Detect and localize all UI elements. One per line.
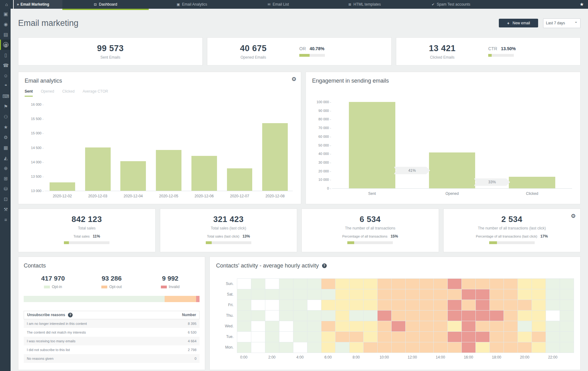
nav-tab-label: HTML templates [354,2,381,7]
contact-stat-value: 9 992 [141,275,200,282]
bar-column [45,105,80,191]
sidebar-item-preview-eye-icon[interactable]: ◉ [0,19,11,29]
bar-column [257,105,293,191]
reason-text: I was receiving too many emails [27,339,75,343]
sidebar-item-apps-grid-icon[interactable]: ▦ [0,142,11,153]
analytics-tab-sent[interactable]: Sent [25,89,33,97]
nav-tab-spam-test-accounts[interactable]: ✔Spam Test accounts [408,0,494,9]
sales-card-pct-label: Percentage of all transactions (last cli… [476,234,537,238]
heatmap-cell-r4-c10 [378,321,392,332]
heatmap-hour-label: 4:00 [286,355,314,359]
y-tick-label: 15 000 [24,131,41,135]
nav-tab-dashboard[interactable]: ⊡Dashboard [62,0,149,9]
contact-stat-label-text: Invalid [169,285,180,289]
bar-2020-12-03 [85,147,111,191]
distribution-segment-0 [24,296,165,302]
sidebar-item-mobile-icon[interactable]: ▯ [0,50,11,60]
sidebar-item-laptop-icon[interactable]: ⌨ [0,91,11,101]
heatmap-cell-r6-c19 [504,342,518,353]
sidebar-item-loyalty-star-icon[interactable]: ★ [0,122,11,132]
page-header: Email marketing + New email Last 7 days [18,9,581,37]
unsubscribe-help-icon[interactable]: ? [68,313,73,317]
heatmap-cell-r3-c6 [321,311,335,321]
analytics-settings-gear-icon[interactable]: ⚙ [292,76,296,83]
heatmap-hour-label: 0:00 [230,355,258,359]
sidebar-item-email-marketing-at-icon[interactable]: @ [0,40,11,50]
nav-tab-email-analytics[interactable]: ▣Email Analytics [149,0,235,9]
sidebar-item-chat-icon[interactable]: ❝ [0,81,11,91]
email-analytics-bar-chart: 16 00015 50015 00014 50014 00013 50013 0… [45,105,293,191]
contact-stat-label-text: Opt-out [109,285,122,289]
contact-stat-value: 417 970 [24,275,82,282]
heatmap-cell-r3-c21 [532,311,546,321]
favorite-star-icon[interactable]: ★ [576,0,588,9]
sidebar-item-documents-icon[interactable]: ⊡ [0,194,11,204]
sidebar-item-phone-icon[interactable]: ☎ [0,60,11,70]
nav-tab-label: Email List [273,2,289,7]
bar-column [186,105,222,191]
sidebar-item-analytics-chart-icon[interactable]: ◭ [0,153,11,163]
heatmap-cell-r6-c4 [293,342,307,353]
click-rate-progress [488,54,514,57]
contact-stat-opt-out: 93 286Opt-out [82,275,141,290]
sales-card-progress-fill [347,241,354,244]
heatmap-cell-r1-c23 [560,289,574,300]
heatmap-cell-r0-c3 [279,279,293,289]
x-tick-label: 2020-12-05 [151,194,186,198]
heatmap-cell-r3-c0 [237,311,251,321]
unsubscribe-reason-row: I was receiving too many emails4 664 [24,337,200,345]
heatmap-cell-r2-c5 [307,300,321,311]
sales-card-progress [489,241,535,244]
heatmap-cell-r1-c8 [349,289,364,300]
date-range-select[interactable]: Last 7 days [543,18,581,28]
heatmap-cell-r4-c0 [237,321,251,332]
sidebar-item-database-icon[interactable]: ⛁ [0,184,11,194]
sidebar-item-tools-wrench-icon[interactable]: ⚒ [0,204,11,214]
analytics-tab-average-ctor[interactable]: Average CTOR [83,89,108,97]
contact-stat-opt-in: 417 970Opt-in [24,275,82,290]
heatmap-cell-r1-c20 [518,289,532,300]
nav-brand-email-marketing[interactable]: » Email Marketing [13,0,62,9]
heatmap-cell-r5-c5 [307,332,321,342]
sidebar-item-integrations-globe-icon[interactable]: ⊕ [0,163,11,173]
analytics-tab-opened[interactable]: Opened [41,89,54,97]
heatmap-cell-r6-c14 [434,342,448,353]
sidebar-item-contact-card-icon[interactable]: ▤ [0,29,11,40]
heatmap-cell-r0-c6 [321,279,335,289]
heatmap-day-Mon: Mon. [216,342,237,353]
sidebar-item-campaigns-megaphone-icon[interactable]: ⚑ [0,101,11,112]
x-tick-label: 2020-12-08 [257,194,293,198]
heatmap-cell-r6-c22 [546,342,560,353]
home-button[interactable]: ⌂ [0,0,13,9]
sidebar-item-add-contact-icon[interactable]: ☺ [0,70,11,81]
x-tick-label: 2020-12-04 [115,194,151,198]
heatmap-cell-r6-c17 [476,342,490,353]
heatmap-cell-r3-c10 [378,311,392,321]
sidebar-item-settings-sliders-icon[interactable]: ≡ [0,214,11,225]
heatmap-hour-label: 20:00 [511,355,539,359]
heatmap-day-Sat: Sat. [216,289,237,300]
sidebar-item-audience-users-icon[interactable]: ⚇ [0,112,11,122]
heatmap-cell-r0-c11 [392,279,406,289]
activity-heatmap: Sun.Sat.Fri.Thu.Wed.Tue.Mon. [216,278,574,353]
sidebar-item-automation-gears-icon[interactable]: ⚙ [0,132,11,142]
heatmap-cell-r5-c0 [237,332,251,342]
activity-help-icon[interactable]: ? [322,263,327,268]
heatmap-cell-r2-c11 [392,300,406,311]
heatmap-cell-r5-c3 [279,332,293,342]
heatmap-cell-r4-c5 [307,321,321,332]
sidebar-item-pages-icon[interactable]: ▣ [0,9,11,19]
heatmap-cell-r0-c22 [546,279,560,289]
new-email-button[interactable]: + New email [499,19,538,27]
analytics-tab-clicked[interactable]: Clicked [62,89,75,97]
bar-2020-12-05 [156,150,181,191]
charts-row: Email analytics ⚙ SentOpenedClickedAvera… [18,72,581,204]
contact-stats: 417 970Opt-in93 286Opt-out9 992Invalid [24,275,200,290]
nav-tab-html-templates[interactable]: ⊠HTML templates [321,0,408,9]
heatmap-cell-r2-c9 [364,300,378,311]
heatmap-cell-r1-c19 [504,289,518,300]
sales-settings-gear-icon[interactable]: ⚙ [571,213,576,219]
nav-tab-email-list[interactable]: ✉Email List [235,0,321,9]
sidebar-item-calendar-icon[interactable]: ⊞ [0,173,11,184]
heatmap-cell-r4-c11 [392,321,406,332]
